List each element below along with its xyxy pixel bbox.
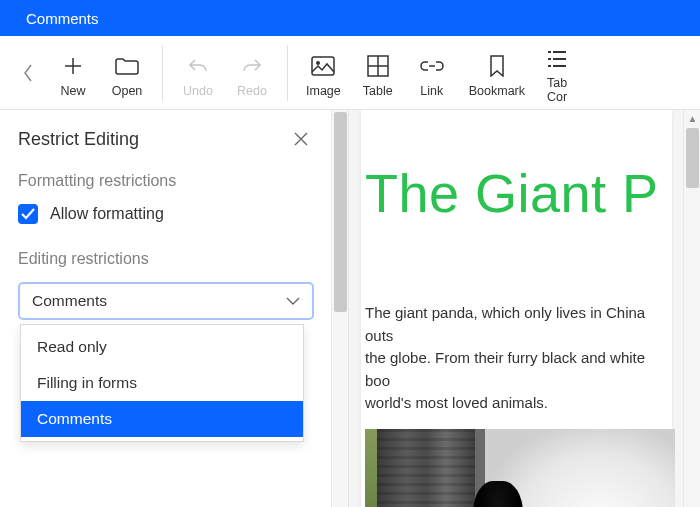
title-text: Comments — [26, 10, 99, 27]
dropdown-menu: Read only Filling in forms Comments — [20, 324, 304, 442]
document-heading: The Giant P — [361, 162, 672, 224]
body-line: The giant panda, which only lives in Chi… — [365, 304, 645, 344]
document-paragraph: The giant panda, which only lives in Chi… — [361, 302, 672, 415]
image-button[interactable]: Image — [296, 36, 351, 110]
table-button[interactable]: Table — [351, 36, 405, 110]
link-icon — [420, 52, 444, 80]
dropdown-value: Comments — [32, 292, 107, 310]
svg-rect-0 — [312, 57, 334, 75]
new-button[interactable]: New — [46, 36, 100, 110]
bookmark-button[interactable]: Bookmark — [459, 36, 535, 110]
editing-restrictions-dropdown[interactable]: Comments Read only Filling in forms Comm… — [18, 282, 314, 320]
link-label: Link — [420, 84, 443, 98]
table-label: Table — [363, 84, 393, 98]
redo-label: Redo — [237, 84, 267, 98]
dropdown-option-forms[interactable]: Filling in forms — [21, 365, 303, 401]
body-line: world's most loved animals. — [365, 394, 548, 411]
svg-point-1 — [316, 61, 320, 65]
close-panel-button[interactable] — [290, 128, 312, 150]
allow-formatting-checkbox[interactable]: Allow formatting — [18, 204, 312, 224]
bookmark-icon — [488, 52, 506, 80]
dropdown-option-readonly[interactable]: Read only — [21, 329, 303, 365]
allow-formatting-label: Allow formatting — [50, 205, 164, 223]
content-area: Restrict Editing Formatting restrictions… — [0, 110, 700, 507]
document-scrollbar[interactable]: ▲ — [683, 110, 700, 507]
dropdown-option-comments[interactable]: Comments — [21, 401, 303, 437]
editing-section-label: Editing restrictions — [18, 250, 312, 268]
close-icon — [294, 132, 308, 146]
list-icon — [547, 45, 567, 73]
toolbar: New Open Undo Redo Image Table Link — [0, 36, 700, 110]
formatting-section-label: Formatting restrictions — [18, 172, 312, 190]
scrollbar-thumb[interactable] — [686, 128, 699, 188]
restrict-editing-panel: Restrict Editing Formatting restrictions… — [0, 110, 348, 507]
open-label: Open — [112, 84, 143, 98]
bookmark-label: Bookmark — [469, 84, 525, 98]
toolbar-separator — [287, 45, 288, 101]
link-button[interactable]: Link — [405, 36, 459, 110]
chevron-down-icon — [286, 297, 300, 306]
redo-button[interactable]: Redo — [225, 36, 279, 110]
plus-icon — [62, 52, 84, 80]
table-icon — [367, 52, 389, 80]
image-icon — [311, 52, 335, 80]
table-contents-button[interactable]: Tab Cor — [535, 36, 569, 110]
scroll-up-icon[interactable]: ▲ — [684, 110, 700, 127]
folder-icon — [114, 52, 140, 80]
back-button[interactable] — [10, 36, 46, 110]
toolbar-separator — [162, 45, 163, 101]
panel-title: Restrict Editing — [18, 129, 139, 150]
image-label: Image — [306, 84, 341, 98]
toc-label: Tab Cor — [547, 77, 567, 105]
body-line: the globe. From their furry black and wh… — [365, 349, 645, 389]
document-image — [365, 429, 675, 508]
undo-button[interactable]: Undo — [171, 36, 225, 110]
redo-icon — [241, 52, 263, 80]
title-bar: Comments — [0, 0, 700, 36]
chevron-left-icon — [23, 64, 33, 82]
scrollbar-thumb[interactable] — [334, 112, 347, 312]
document-viewport: The Giant P The giant panda, which only … — [348, 110, 700, 507]
open-button[interactable]: Open — [100, 36, 154, 110]
new-label: New — [60, 84, 85, 98]
undo-icon — [187, 52, 209, 80]
undo-label: Undo — [183, 84, 213, 98]
document-page: The Giant P The giant panda, which only … — [361, 110, 672, 507]
panel-scrollbar[interactable] — [331, 110, 348, 507]
checkbox-checked-icon — [18, 204, 38, 224]
